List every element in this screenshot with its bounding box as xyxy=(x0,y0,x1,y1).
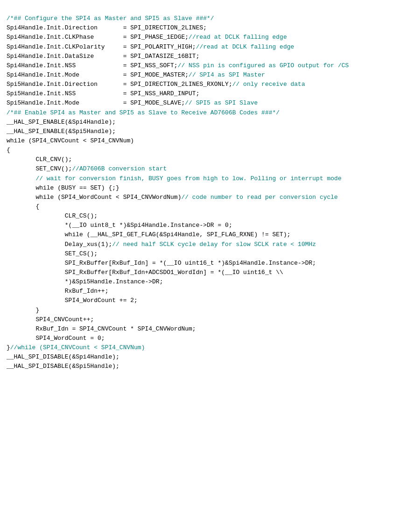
code-line: SPI4_WordCount += 2; xyxy=(7,296,413,305)
code-line: SET_CNV();//AD7606B conversion start xyxy=(7,164,413,174)
code-line: Spi4Handle.Init.Mode = SPI_MODE_MASTER;/… xyxy=(7,70,413,80)
code-line: Spi5Handle.Init.Mode = SPI_MODE_SLAVE;//… xyxy=(7,99,413,108)
code-line: } xyxy=(7,306,413,315)
code-line: while (SPI4_WordCount < SPI4_CNVWordNum)… xyxy=(7,193,413,202)
code-container: /*## Configure the SPI4 as Master and SP… xyxy=(7,5,413,371)
code-line: while (__HAL_SPI_GET_FLAG(&Spi4Handle, S… xyxy=(7,230,413,239)
code-line: *)&Spi5Handle.Instance->DR; xyxy=(7,277,413,287)
code-line: SPI_RxBuffer[RxBuf_Idn+ADCSDO1_WordIdn] … xyxy=(7,268,413,277)
code-line: }//while (SPI4_CNVCount < SPI4_CNVNum) xyxy=(7,343,413,352)
code-line: Spi4Handle.Init.DataSize = SPI_DATASIZE_… xyxy=(7,52,413,61)
code-line: Spi5Handle.Init.Direction = SPI_DIRECTIO… xyxy=(7,80,413,89)
code-line: RxBuf_Idn = SPI4_CNVCount * SPI4_CNVWord… xyxy=(7,324,413,334)
code-line: SPI4_CNVCount++; xyxy=(7,315,413,324)
code-line: Spi4Handle.Init.CLKPolarity = SPI_POLARI… xyxy=(7,42,413,52)
code-line: __HAL_SPI_ENABLE(&Spi5Handle); xyxy=(7,127,413,136)
code-line: CLR_CNV(); xyxy=(7,155,413,164)
code-line: __HAL_SPI_ENABLE(&Spi4Handle); xyxy=(7,118,413,127)
code-line: SET_CS(); xyxy=(7,249,413,259)
code-line: SPI4_WordCount = 0; xyxy=(7,334,413,343)
code-line: RxBuf_Idn++; xyxy=(7,287,413,296)
code-line: CLR_CS(); xyxy=(7,211,413,221)
code-line: while (SPI4_CNVCount < SPI4_CNVNum) xyxy=(7,136,413,146)
code-line: { xyxy=(7,146,413,155)
code-line: Spi4Handle.Init.Direction = SPI_DIRECTIO… xyxy=(7,23,413,33)
code-line: while (BUSY == SET) {;} xyxy=(7,183,413,193)
code-line: __HAL_SPI_DISABLE(&Spi5Handle); xyxy=(7,362,413,371)
code-line: SPI_RxBuffer[RxBuf_Idn] = *(__IO uint16_… xyxy=(7,259,413,268)
code-line: Spi4Handle.Init.NSS = SPI_NSS_SOFT;// NS… xyxy=(7,61,413,70)
code-line: Spi5Handle.Init.NSS = SPI_NSS_HARD_INPUT… xyxy=(7,89,413,99)
code-line: /*## Enable SPI4 as Master and SPI5 as S… xyxy=(7,108,413,118)
code-line: // wait for conversion finish, BUSY goes… xyxy=(7,174,413,183)
code-line: Delay_xus(1);// need half SCLK cycle del… xyxy=(7,240,413,249)
code-line: { xyxy=(7,202,413,211)
code-line: *(__IO uint8_t *)&Spi4Handle.Instance->D… xyxy=(7,221,413,230)
code-line: /*## Configure the SPI4 as Master and SP… xyxy=(7,14,413,23)
code-line: Spi4Handle.Init.CLKPhase = SPI_PHASE_1ED… xyxy=(7,33,413,42)
code-line: __HAL_SPI_DISABLE(&Spi4Handle); xyxy=(7,352,413,362)
